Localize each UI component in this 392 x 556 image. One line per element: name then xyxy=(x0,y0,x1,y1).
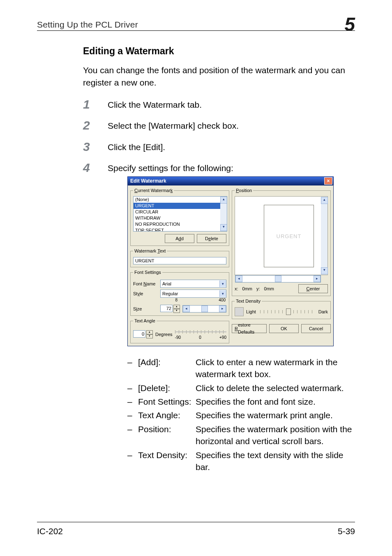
angle-mid: 0 xyxy=(199,334,201,341)
preview-vertical-scrollbar[interactable]: ▴ ▾ xyxy=(321,197,327,275)
spin-up-icon[interactable]: ▴ xyxy=(173,305,180,309)
term-add: [Add]: xyxy=(138,356,196,380)
footer-left: IC-202 xyxy=(37,526,63,536)
footer-right: 5-39 xyxy=(338,526,355,536)
pos-y-label: y: xyxy=(256,285,260,292)
preview-horizontal-scrollbar[interactable]: ◂ ▸ xyxy=(235,275,321,283)
desc-density: Specifies the text density with the slid… xyxy=(196,449,355,473)
pos-y-value: 0mm xyxy=(264,285,274,292)
pos-x-label: x: xyxy=(235,285,238,292)
list-item[interactable]: CIRCULAR xyxy=(134,209,220,215)
running-head-section: Setting Up the PCL Driver xyxy=(37,20,138,30)
term-density: Text Density: xyxy=(138,449,196,473)
desc-font: Specifies the font and font size. xyxy=(196,396,355,408)
current-watermark-legend: Current Watermark xyxy=(133,187,174,194)
spin-down-icon[interactable]: ▾ xyxy=(173,309,180,313)
chevron-down-icon[interactable]: ▾ xyxy=(219,290,226,297)
slider-left-icon[interactable]: ◂ xyxy=(183,306,190,312)
list-item[interactable]: URGENT xyxy=(134,203,220,209)
density-dark-label: Dark xyxy=(318,308,328,315)
angle-max: +90 xyxy=(219,334,226,341)
density-light-label: Light xyxy=(246,308,256,315)
watermark-text-legend: Watermark Text xyxy=(133,248,167,255)
text-density-group: Text Density Light Dark xyxy=(232,298,331,319)
desc-position: Specifies the watermark position with th… xyxy=(196,423,355,447)
angle-slider[interactable] xyxy=(175,330,226,334)
font-name-select[interactable]: Arial ▾ xyxy=(160,280,226,288)
watermark-listbox[interactable]: (None) URGENT CIRCULAR WITHDRAW NO REPRO… xyxy=(133,196,227,232)
page-heading: Editing a Watermark xyxy=(83,46,355,57)
running-head-chapter: 5 xyxy=(344,16,355,32)
slider-right-icon[interactable]: ▸ xyxy=(219,306,226,312)
font-settings-group: Font Settings Font Name Arial ▾ xyxy=(130,269,229,316)
slider-thumb[interactable] xyxy=(201,306,208,312)
intro-paragraph: You can change the fonts and position of… xyxy=(83,64,355,89)
term-position: Position: xyxy=(138,423,196,447)
font-settings-legend: Font Settings xyxy=(133,269,162,276)
preview-page: URGENT xyxy=(264,205,314,267)
add-button[interactable]: Add xyxy=(165,234,194,243)
desc-delete: Click to delete the selected watermark. xyxy=(196,382,355,394)
scroll-thumb[interactable] xyxy=(275,276,281,282)
scroll-left-icon[interactable]: ◂ xyxy=(235,276,242,282)
position-group: Position URGENT ▴ ▾ xyxy=(232,187,331,297)
close-icon[interactable]: × xyxy=(324,177,332,185)
list-item[interactable]: WITHDRAW xyxy=(134,215,220,221)
density-slider[interactable] xyxy=(260,310,314,313)
step-3: Click the [Edit]. xyxy=(83,141,355,154)
step-4: Specify settings for the following: Edit… xyxy=(83,162,355,473)
desc-angle: Specifies the watermark print angle. xyxy=(196,409,355,421)
text-density-legend: Text Density xyxy=(235,298,262,305)
preview-watermark-text: URGENT xyxy=(277,232,302,241)
step-1: Click the Watermark tab. xyxy=(83,98,355,111)
chevron-down-icon[interactable]: ▾ xyxy=(219,280,226,287)
list-scrollbar[interactable]: ▴ ▾ xyxy=(220,197,227,231)
desc-add: Click to enter a new watermark in the wa… xyxy=(196,356,355,380)
font-size-slider[interactable]: ◂ ▸ xyxy=(182,305,226,313)
text-angle-legend: Text Angle xyxy=(133,317,157,324)
font-style-label: Style xyxy=(133,290,158,297)
scroll-down-icon[interactable]: ▾ xyxy=(220,224,227,231)
position-legend: Position xyxy=(235,187,253,194)
scroll-up-icon[interactable]: ▴ xyxy=(220,197,227,204)
angle-min: -90 xyxy=(175,334,181,341)
delete-button[interactable]: Delete xyxy=(197,234,226,243)
scroll-up-icon[interactable]: ▴ xyxy=(321,197,328,204)
edit-watermark-dialog: Edit Watermark × Current Watermark xyxy=(127,176,334,346)
restore-defaults-button[interactable]: Restore Defaults xyxy=(232,324,267,333)
font-style-select[interactable]: Regular ▾ xyxy=(160,290,226,298)
term-font: Font Settings: xyxy=(138,396,196,408)
spin-down-icon[interactable]: ▾ xyxy=(146,334,153,338)
density-swatch xyxy=(235,307,244,316)
spin-up-icon[interactable]: ▴ xyxy=(146,330,153,334)
term-angle: Text Angle: xyxy=(138,409,196,421)
watermark-text-input[interactable] xyxy=(133,257,226,264)
term-delete: [Delete]: xyxy=(138,382,196,394)
watermark-text-group: Watermark Text xyxy=(130,248,229,267)
font-size-stepper[interactable]: ▴ ▾ xyxy=(160,305,180,313)
font-name-value: Arial xyxy=(162,280,171,287)
slider-thumb[interactable] xyxy=(286,308,291,315)
font-name-label: Font Name xyxy=(133,280,158,287)
font-size-label: Size xyxy=(133,306,158,313)
pos-x-value: 0mm xyxy=(242,285,252,292)
angle-stepper[interactable]: ▴ ▾ xyxy=(133,330,153,338)
ok-button[interactable]: OK xyxy=(269,324,299,333)
angle-unit: Degrees xyxy=(155,331,173,338)
scroll-down-icon[interactable]: ▾ xyxy=(321,267,328,274)
text-angle-group: Text Angle ▴ ▾ xyxy=(130,317,229,343)
size-max: 400 xyxy=(219,297,226,303)
font-size-input[interactable] xyxy=(160,305,173,312)
step-4-text: Specify settings for the following: xyxy=(108,163,233,173)
scroll-right-icon[interactable]: ▸ xyxy=(314,276,321,282)
list-item[interactable]: NO REPRODUCTION xyxy=(134,221,220,227)
size-min: 8 xyxy=(175,297,178,303)
font-style-value: Regular xyxy=(162,290,178,297)
cancel-button[interactable]: Cancel xyxy=(301,324,331,333)
angle-input[interactable] xyxy=(133,330,145,338)
list-item[interactable]: TOP SECRET xyxy=(134,227,220,232)
current-watermark-group: Current Watermark (None) URGENT CIRCULAR… xyxy=(130,187,229,246)
list-item[interactable]: (None) xyxy=(134,197,220,203)
position-preview[interactable]: URGENT ▴ ▾ xyxy=(235,196,328,275)
center-button[interactable]: Center xyxy=(298,284,328,293)
